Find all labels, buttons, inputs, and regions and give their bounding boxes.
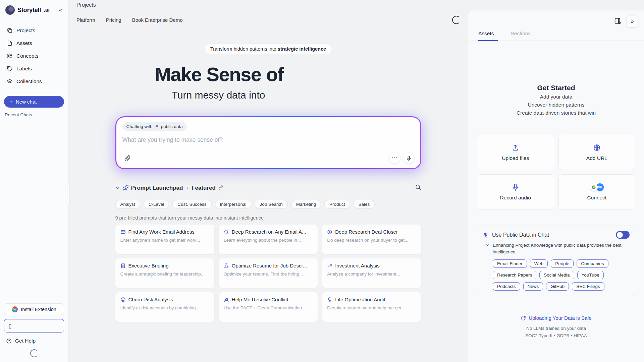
chat-card[interactable]: Chatting with public data What are you t… — [116, 117, 420, 168]
dollar-circle-icon — [327, 229, 332, 235]
sidebar-item-collections[interactable]: Collections — [4, 76, 64, 87]
prompt-card-find-email[interactable]: Find Any Work Email Address Enter anyone… — [115, 225, 214, 254]
prompt-card-description: Identify at-risk accounts by combining..… — [120, 305, 209, 310]
logo[interactable]: Storytell.ai « — [4, 5, 64, 15]
prompt-card-investment-analysis[interactable]: Investment Analysis Analyze a company fo… — [322, 258, 421, 288]
prompt-launchpad: Prompt Launchpad › Featured Analyst C-Le… — [115, 184, 421, 322]
tag-github[interactable]: GitHub — [546, 282, 569, 291]
chat-placeholder[interactable]: What are you trying to make sense of? — [122, 136, 414, 143]
sidebar-item-label: Collections — [16, 78, 42, 84]
nav-link-platform[interactable]: Platform — [76, 17, 95, 23]
tag-sec-filings[interactable]: SEC Filings — [572, 282, 604, 291]
tag-social-media[interactable]: Social Media — [539, 271, 574, 279]
frown-icon — [120, 297, 126, 302]
chevrons-right-icon: » — [631, 18, 634, 24]
nav-link-book-demo[interactable]: Book Enterprise Demo — [132, 17, 183, 23]
link-icon — [218, 185, 223, 190]
more-options-button[interactable]: ··· — [389, 153, 400, 164]
chatting-with-chip[interactable]: Chatting with public data — [122, 122, 187, 131]
prompt-card-description: Enter anyone's name to get their work... — [120, 238, 209, 243]
filter-chip-cust-success[interactable]: Cust. Success — [172, 200, 211, 209]
tag-news[interactable]: News — [523, 282, 543, 291]
prompt-card-life-audit[interactable]: Life Optimization Audit Deeply research … — [322, 292, 421, 322]
filter-chip-c-level[interactable]: C-Level — [144, 200, 169, 209]
tab-assets[interactable]: Assets — [478, 31, 498, 41]
microphone-icon — [512, 183, 519, 191]
copy-link-button[interactable] — [218, 185, 223, 191]
compliance-line: SOC2 Type II • GDPR • HIPAA — [468, 333, 644, 338]
badge-text: Transform hidden patterns into — [210, 46, 278, 52]
sidebar: Storytell.ai « Projects Assets Concepts … — [0, 0, 68, 362]
storytell-logo-icon — [5, 5, 15, 15]
add-url-button[interactable]: Add URL — [558, 135, 636, 170]
connect-button[interactable]: zm Connect — [558, 174, 636, 209]
panel-collapse-button[interactable]: » — [627, 16, 638, 27]
search-button[interactable] — [415, 184, 421, 192]
filter-chip-sales[interactable]: Sales — [354, 200, 375, 209]
launchpad-title[interactable]: Prompt Launchpad — [131, 185, 183, 191]
tag-companies[interactable]: Companies — [577, 259, 608, 268]
globe-icon — [593, 144, 601, 152]
public-data-icon — [155, 124, 159, 129]
attach-button[interactable] — [122, 153, 133, 164]
prompt-card-description: Deeply research me and help me get... — [327, 305, 416, 310]
filter-chip-marketing[interactable]: Marketing — [291, 200, 321, 209]
tag-youtube[interactable]: YouTube — [577, 271, 604, 279]
sidebar-item-labels[interactable]: Labels — [4, 63, 64, 74]
google-drive-icon — [590, 183, 598, 191]
upload-files-button[interactable]: Upload files — [477, 135, 554, 170]
data-safety-link[interactable]: Uploading Your Data is Safe — [521, 315, 592, 321]
tag-people[interactable]: People — [551, 259, 574, 268]
new-chat-label: New chat — [16, 99, 37, 105]
tag-email-finder[interactable]: Email Finder — [493, 259, 527, 268]
panel-resize-handle[interactable] — [67, 185, 69, 205]
launchpad-section[interactable]: Featured — [192, 185, 216, 191]
prompt-card-deep-research-email[interactable]: Deep Research on Any Email A... Learn ev… — [219, 225, 318, 254]
tag-podcasts[interactable]: Podcasts — [493, 282, 520, 291]
hero-subtitle: Turn messy data into — [115, 89, 421, 101]
chevron-down-icon[interactable] — [485, 243, 490, 247]
prompt-card-description: Learn everything about the people in... — [224, 238, 313, 243]
tag-research-papers[interactable]: Research Papers — [493, 271, 536, 279]
nav-link-pricing[interactable]: Pricing — [106, 17, 121, 23]
refresh-shield-icon — [521, 315, 526, 321]
microphone-icon — [406, 156, 412, 161]
search-icon — [224, 229, 229, 235]
get-help-button[interactable]: Get Help — [4, 338, 64, 344]
voice-input-button[interactable] — [404, 153, 414, 164]
sidebar-item-assets[interactable]: Assets — [4, 38, 64, 49]
public-data-header: Use Public Data in Chat — [483, 231, 630, 239]
prompt-card-churn-risk[interactable]: Churn Risk Analysis Identify at-risk acc… — [115, 292, 214, 322]
filter-chip-analyst[interactable]: Analyst — [115, 200, 140, 209]
prompt-card-resolve-conflict[interactable]: Help Me Resolve Conflict Use the PACT + … — [219, 292, 318, 322]
record-audio-button[interactable]: Record audio — [477, 174, 554, 209]
prompt-card-optimize-resume[interactable]: Optimize Resume for Job Descr... Optimiz… — [219, 258, 318, 288]
filter-chip-job-search[interactable]: Job Search — [255, 200, 287, 209]
hero: Transform hidden patterns into strategic… — [115, 44, 421, 101]
prompt-card-description: Optimize your resume. Find the hiring... — [224, 272, 313, 277]
install-extension-button[interactable]: Install Extension — [4, 303, 64, 315]
tag-web[interactable]: Web — [530, 259, 548, 268]
users-icon — [224, 297, 229, 302]
prompt-card-deal-closer[interactable]: Deep Research Deal Closer Do deep resear… — [322, 225, 421, 254]
upload-icon — [512, 144, 519, 152]
sidebar-item-projects[interactable]: Projects — [4, 25, 64, 36]
chevron-down-icon[interactable] — [115, 186, 120, 190]
add-url-label: Add URL — [586, 155, 607, 161]
prompt-card-title: Optimize Resume for Job Descr... — [232, 263, 307, 268]
tab-sections[interactable]: Sections — [511, 31, 531, 41]
sidebar-item-label: Assets — [16, 40, 32, 46]
trending-up-icon — [327, 263, 332, 268]
prompt-card-title: Churn Risk Analysis — [128, 297, 173, 302]
panel-settings-button[interactable] — [614, 17, 621, 26]
prompt-card-executive-briefing[interactable]: Executive Briefing Create a strategic br… — [115, 258, 214, 288]
sidebar-item-concepts[interactable]: Concepts — [4, 50, 64, 62]
public-data-toggle[interactable] — [616, 231, 630, 239]
sidebar-input[interactable]: ▯ — [4, 319, 64, 333]
filter-chip-product[interactable]: Product — [324, 200, 350, 209]
filter-chip-interpersonal[interactable]: Interpersonal — [215, 200, 252, 209]
clipboard-icon — [120, 263, 126, 268]
file-icon — [7, 40, 13, 46]
sidebar-collapse-icon[interactable]: « — [58, 6, 63, 14]
new-chat-button[interactable]: + New chat — [4, 96, 64, 108]
